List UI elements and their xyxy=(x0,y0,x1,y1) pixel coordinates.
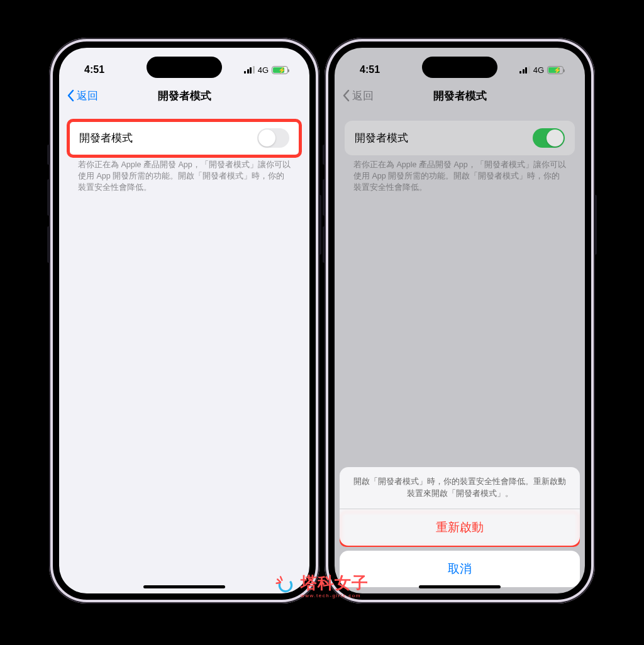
dynamic-island xyxy=(147,57,222,78)
signal-icon xyxy=(519,66,530,74)
back-button[interactable]: 返回 xyxy=(67,89,98,103)
battery-icon: ⚡ xyxy=(272,66,288,74)
home-indicator[interactable] xyxy=(143,585,225,588)
settings-footer: 若你正在為 Apple 產品開發 App，「開發者模式」讓你可以使用 App 開… xyxy=(353,159,566,193)
svg-line-2 xyxy=(277,583,280,583)
developer-mode-toggle[interactable] xyxy=(257,128,289,148)
back-label: 返回 xyxy=(352,89,374,103)
sheet-message: 開啟「開發者模式」時，你的裝置安全性會降低。重新啟動裝置來開啟「開發者模式」。 xyxy=(340,467,580,509)
svg-line-3 xyxy=(280,576,282,580)
action-sheet: 開啟「開發者模式」時，你的裝置安全性會降低。重新啟動裝置來開啟「開發者模式」。 … xyxy=(340,467,580,587)
home-indicator[interactable] xyxy=(419,585,501,588)
network-label: 4G xyxy=(533,65,544,75)
watermark: 塔科女子 www.tech-girlz.com xyxy=(275,572,369,598)
settings-group: 開發者模式 xyxy=(345,121,575,155)
watermark-url: www.tech-girlz.com xyxy=(301,593,361,598)
phone-left: 4:51 4G ⚡ 返回 xyxy=(49,38,319,604)
signal-icon xyxy=(244,66,255,74)
watermark-logo-icon xyxy=(275,575,296,595)
developer-mode-row[interactable]: 開發者模式 xyxy=(69,121,299,155)
chevron-left-icon xyxy=(67,89,74,102)
phone-right: 4:51 4G ⚡ 返回 xyxy=(325,38,595,604)
developer-mode-row[interactable]: 開發者模式 xyxy=(345,121,575,155)
back-button[interactable]: 返回 xyxy=(342,89,374,103)
status-time: 4:51 xyxy=(84,64,104,75)
nav-bar: 返回 開發者模式 xyxy=(335,82,585,109)
developer-mode-label: 開發者模式 xyxy=(355,131,408,145)
cancel-button[interactable]: 取消 xyxy=(340,551,580,587)
developer-mode-toggle[interactable] xyxy=(533,128,565,148)
nav-bar: 返回 開發者模式 xyxy=(59,82,309,109)
back-label: 返回 xyxy=(77,89,98,103)
svg-point-0 xyxy=(277,576,294,593)
settings-group: 開發者模式 xyxy=(69,121,299,155)
restart-button[interactable]: 重新啟動 xyxy=(340,509,580,546)
developer-mode-label: 開發者模式 xyxy=(79,131,133,145)
watermark-title: 塔科女子 xyxy=(301,572,369,594)
status-time: 4:51 xyxy=(360,64,380,75)
battery-icon: ⚡ xyxy=(547,66,564,74)
svg-line-1 xyxy=(277,579,280,582)
dynamic-island xyxy=(422,57,497,78)
settings-footer: 若你正在為 Apple 產品開發 App，「開發者模式」讓你可以使用 App 開… xyxy=(78,159,291,193)
network-label: 4G xyxy=(258,65,269,75)
chevron-left-icon xyxy=(342,89,350,102)
